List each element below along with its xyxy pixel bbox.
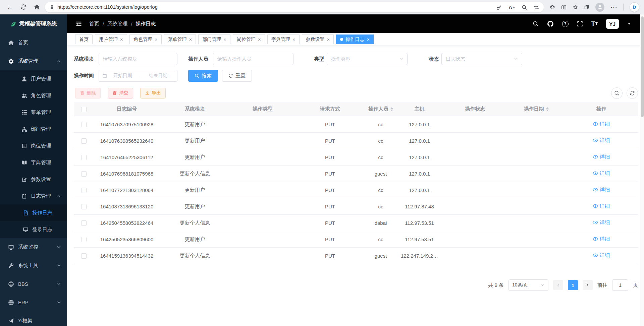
close-icon[interactable]: × <box>292 37 296 42</box>
row-checkbox[interactable] <box>81 188 87 193</box>
tab-menu-mgmt[interactable]: 菜单管理× <box>164 35 196 44</box>
sidebar-item-dept-mgmt[interactable]: 部门管理 <box>0 121 67 137</box>
close-icon[interactable]: × <box>120 37 123 42</box>
search-icon[interactable] <box>533 21 539 27</box>
goto-page-input[interactable] <box>612 279 628 291</box>
read-aloud-icon[interactable]: A <box>508 4 515 10</box>
detail-link[interactable]: 详细 <box>593 170 610 177</box>
extensions-icon[interactable] <box>550 4 555 10</box>
date-range-input[interactable]: 开始日期 - 结束日期 <box>99 70 177 82</box>
copilot-icon[interactable]: b <box>630 2 639 12</box>
operator-input[interactable] <box>213 53 293 65</box>
close-icon[interactable]: × <box>258 37 261 42</box>
sidebar-item-erp[interactable]: ERP <box>0 293 67 312</box>
detail-link[interactable]: 详细 <box>593 252 610 259</box>
help-icon[interactable]: ? <box>562 21 569 27</box>
browser-back-icon[interactable]: ← <box>5 2 15 12</box>
row-checkbox[interactable] <box>81 155 87 160</box>
module-input[interactable] <box>99 53 177 65</box>
address-bar[interactable]: https://ccnetcore.com:1101/system/log/op… <box>45 2 544 12</box>
delete-button[interactable]: 删除 <box>75 88 101 99</box>
next-page-button[interactable] <box>583 280 593 290</box>
sort-carets[interactable] <box>390 107 393 111</box>
search-button[interactable]: 搜索 <box>188 70 218 82</box>
close-icon[interactable]: × <box>327 37 330 42</box>
detail-link[interactable]: 详细 <box>593 137 610 144</box>
detail-link[interactable]: 详细 <box>593 219 610 226</box>
collections-icon[interactable] <box>584 4 589 10</box>
prev-page-button[interactable] <box>553 280 563 290</box>
row-checkbox[interactable] <box>81 171 87 177</box>
close-icon[interactable]: × <box>155 37 158 42</box>
tab-param-settings[interactable]: 参数设置× <box>302 35 334 44</box>
close-icon[interactable]: × <box>367 37 370 42</box>
detail-link[interactable]: 详细 <box>593 154 610 160</box>
sidebar-item-post-mgmt[interactable]: 岗位管理 <box>0 137 67 154</box>
sidebar-item-bbs[interactable]: BBS <box>0 275 67 293</box>
sidebar-item-param-settings[interactable]: 参数设置 <box>0 171 67 188</box>
sidebar-item-home[interactable]: 首页 <box>0 34 67 52</box>
url-text[interactable]: https://ccnetcore.com:1101/system/log/op… <box>57 4 158 10</box>
browser-more-icon[interactable]: ⋯ <box>610 3 617 11</box>
tab-dept-mgmt[interactable]: 部门管理× <box>198 35 230 44</box>
export-button[interactable]: 导出 <box>140 88 166 99</box>
sidebar-item-system-mgmt[interactable]: 系统管理 <box>0 52 67 70</box>
sidebar-item-system-monitor[interactable]: 系统监控 <box>0 238 67 256</box>
col-operator[interactable]: 操作人员 <box>365 102 397 116</box>
sort-carets[interactable] <box>546 107 549 111</box>
row-checkbox[interactable] <box>81 220 87 226</box>
sidebar-item-loginlog[interactable]: 登录日志 <box>0 221 67 238</box>
row-checkbox[interactable] <box>81 122 87 127</box>
sidebar-item-menu-mgmt[interactable]: 菜单管理 <box>0 104 67 121</box>
favorites-bar-icon[interactable] <box>573 4 578 10</box>
sidebar-toggle-icon[interactable] <box>74 19 83 28</box>
refresh-table-button[interactable] <box>627 87 638 99</box>
page-number-1[interactable]: 1 <box>568 280 578 290</box>
sidebar-item-user-mgmt[interactable]: 用户管理 <box>0 70 67 87</box>
toggle-search-button[interactable] <box>611 87 623 99</box>
chevron-down-icon[interactable] <box>627 22 631 26</box>
tab-role-mgmt[interactable]: 角色管理× <box>129 35 162 44</box>
font-size-icon[interactable]: TT <box>591 20 598 27</box>
clear-button[interactable]: 清空 <box>108 88 133 99</box>
password-key-icon[interactable] <box>496 4 502 10</box>
browser-refresh-icon[interactable] <box>18 2 29 12</box>
sidebar-item-operlog[interactable]: 操作日志 <box>0 204 67 221</box>
close-icon[interactable]: × <box>189 37 192 42</box>
col-date[interactable]: 操作日期 <box>508 102 565 116</box>
detail-link[interactable]: 详细 <box>593 203 610 209</box>
close-icon[interactable]: × <box>223 37 226 42</box>
scrollbar[interactable] <box>640 14 644 326</box>
breadcrumb-home[interactable]: 首页 <box>89 21 99 27</box>
fullscreen-icon[interactable] <box>577 21 583 27</box>
sidebar-item-log-mgmt[interactable]: 日志管理 <box>0 188 67 204</box>
github-icon[interactable] <box>547 20 554 27</box>
tab-user-mgmt[interactable]: 用户管理× <box>95 35 127 44</box>
breadcrumb-system-mgmt[interactable]: 系统管理 <box>107 21 127 27</box>
row-checkbox[interactable] <box>81 237 87 242</box>
sidebar-item-system-tools[interactable]: 系统工具 <box>0 256 67 275</box>
row-checkbox[interactable] <box>81 138 87 144</box>
split-screen-icon[interactable] <box>561 4 567 10</box>
add-favorite-icon[interactable] <box>534 4 539 10</box>
row-checkbox[interactable] <box>81 253 87 259</box>
page-size-select[interactable]: 10条/页 <box>508 279 548 291</box>
tab-home[interactable]: 首页 <box>75 35 93 44</box>
status-select[interactable]: 日志状态 <box>441 53 522 65</box>
tab-operlog[interactable]: 操作日志× <box>336 35 374 44</box>
browser-home-icon[interactable] <box>32 2 42 12</box>
sidebar-item-role-mgmt[interactable]: 角色管理 <box>0 87 67 104</box>
zoom-icon[interactable] <box>522 4 527 10</box>
profile-avatar[interactable] <box>595 3 604 12</box>
type-select[interactable]: 操作类型 <box>327 53 408 65</box>
user-avatar[interactable]: YJ <box>606 19 619 29</box>
select-all-checkbox[interactable] <box>81 107 87 112</box>
scrollbar-thumb[interactable] <box>641 16 644 117</box>
detail-link[interactable]: 详细 <box>593 236 610 242</box>
detail-link[interactable]: 详细 <box>593 187 610 193</box>
detail-link[interactable]: 详细 <box>593 121 610 127</box>
sidebar-item-dict-mgmt[interactable]: 字典管理 <box>0 154 67 171</box>
row-checkbox[interactable] <box>81 204 87 209</box>
reset-button[interactable]: 重置 <box>222 70 252 82</box>
sidebar-item-yi-framework[interactable]: Yi框架 <box>0 312 67 326</box>
